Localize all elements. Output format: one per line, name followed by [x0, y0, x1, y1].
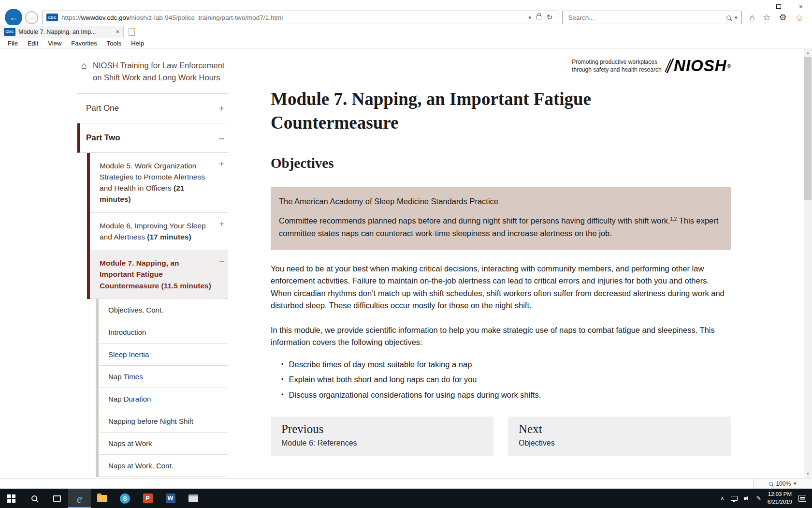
- objectives-heading: Objectives: [271, 155, 731, 171]
- module5-expand-icon[interactable]: +: [219, 159, 224, 168]
- refresh-icon[interactable]: ↻: [547, 13, 553, 22]
- cdc-favicon: CDC: [46, 14, 58, 21]
- page-title: Module 7. Napping, an Important Fatigue …: [271, 88, 701, 135]
- sidebar-item-nap-times[interactable]: Nap Times: [99, 366, 228, 388]
- list-item: • Discuss organizational considerations …: [281, 388, 731, 403]
- sidebar-item-part-two[interactable]: Part Two –: [77, 123, 228, 153]
- minimize-button[interactable]: —: [745, 0, 768, 13]
- file-explorer-icon: [97, 495, 107, 502]
- lock-icon: [536, 15, 541, 19]
- back-button[interactable]: ←: [5, 9, 22, 26]
- clock[interactable]: 12:03 PM 6/21/2019: [768, 491, 792, 506]
- scroll-down-icon[interactable]: ▼: [804, 470, 812, 478]
- search-input[interactable]: [567, 14, 722, 22]
- bullet-icon: •: [281, 390, 284, 402]
- browser-chrome: — × ← → CDC https://wwwdev.cdc.gov/niosh…: [0, 0, 812, 49]
- gear-icon[interactable]: ⚙: [779, 13, 786, 22]
- module6-expand-icon[interactable]: +: [219, 219, 224, 228]
- skype-icon: S: [120, 493, 130, 504]
- module7-collapse-icon[interactable]: –: [219, 256, 224, 266]
- sidebar-item-module5[interactable]: Module 5. Work Organization Strategies t…: [90, 153, 228, 213]
- part-one-label: Part One: [86, 104, 119, 113]
- zoom-caret-icon[interactable]: ▾: [794, 480, 797, 487]
- tab-close-icon[interactable]: ×: [116, 28, 119, 35]
- maximize-icon: [776, 4, 781, 9]
- sidebar-item-naps-at-work-cont[interactable]: Naps at Work, Cont.: [99, 455, 228, 477]
- home-house-icon: ⌂: [81, 60, 87, 84]
- menu-edit[interactable]: Edit: [23, 40, 43, 47]
- sidebar-item-napping-before-night-shift[interactable]: Napping before Night Shift: [99, 410, 228, 433]
- sidebar-item-introduction[interactable]: Introduction: [99, 321, 228, 344]
- previous-page-button[interactable]: Previous Module 6: References: [271, 417, 493, 456]
- taskbar-skype-button[interactable]: S: [114, 489, 136, 508]
- taskbar-ie-button[interactable]: e: [68, 489, 91, 508]
- aasm-callout: The American Academy of Sleep Medicine S…: [271, 187, 731, 251]
- menu-tools[interactable]: Tools: [102, 40, 126, 47]
- menu-file[interactable]: File: [3, 40, 23, 47]
- action-center-icon[interactable]: [798, 495, 806, 502]
- taskbar-word-button[interactable]: W: [159, 489, 182, 508]
- new-tab-button[interactable]: [124, 26, 139, 38]
- previous-target: Module 6: References: [281, 439, 483, 448]
- collapse-minus-icon[interactable]: –: [219, 133, 224, 143]
- hidden-icons-chevron-icon[interactable]: ∧: [720, 495, 725, 501]
- close-button[interactable]: ×: [790, 0, 812, 13]
- menu-help[interactable]: Help: [126, 40, 149, 47]
- command-icons: ⌂ ☆ ⚙ ☺: [749, 13, 804, 22]
- vertical-scrollbar[interactable]: ▲ ▼: [804, 49, 812, 478]
- taskbar-app-window-button[interactable]: [182, 489, 204, 508]
- menu-bar: File Edit View Favorites Tools Help: [0, 38, 812, 49]
- search-icon[interactable]: [726, 15, 731, 20]
- sidebar-item-nap-duration[interactable]: Nap Duration: [99, 388, 228, 410]
- taskbar-search-button[interactable]: [23, 489, 45, 508]
- tab-favicon: CDC: [4, 28, 15, 36]
- pen-icon[interactable]: ✎: [756, 495, 761, 501]
- window-controls: — ×: [745, 0, 812, 13]
- tab-title: Module 7. Napping, an Imp...: [18, 29, 113, 35]
- objective-1: Describe times of day most suitable for …: [289, 359, 472, 371]
- forward-button[interactable]: →: [25, 11, 38, 24]
- module6-duration: (17 minutes): [147, 233, 191, 241]
- network-icon[interactable]: [731, 496, 738, 501]
- bullet-icon: •: [281, 374, 284, 386]
- zoom-control[interactable]: 100% ▾: [753, 478, 812, 489]
- sidebar-home-link[interactable]: ⌂ NIOSH Training for Law Enforcement on …: [77, 55, 228, 94]
- sidebar-item-sleep-inertia[interactable]: Sleep Inertia: [99, 344, 228, 366]
- menu-view[interactable]: View: [43, 40, 66, 47]
- next-page-button[interactable]: Next Objectives: [508, 417, 731, 456]
- scrollbar-thumb[interactable]: [804, 57, 812, 200]
- home-icon[interactable]: ⌂: [749, 13, 754, 22]
- niosh-logo-block: Promoting productive workplaces through …: [271, 57, 731, 75]
- bullet-icon: •: [281, 359, 284, 371]
- sidebar-item-part-one[interactable]: Part One +: [77, 94, 228, 123]
- feedback-smiley-icon[interactable]: ☺: [795, 13, 804, 22]
- sidebar-item-module7-active[interactable]: Module 7. Napping, an Important Fatigue …: [90, 250, 228, 299]
- tab-module7[interactable]: CDC Module 7. Napping, an Imp... ×: [0, 26, 124, 38]
- tray-time: 12:03 PM: [768, 491, 792, 498]
- address-bar[interactable]: CDC https://wwwdev.cdc.gov/niosh/z-lab-9…: [43, 11, 557, 24]
- maximize-button[interactable]: [768, 0, 790, 13]
- body-paragraph-2: In this module, we provide scientific in…: [271, 324, 731, 348]
- sidebar-home-label: NIOSH Training for Law Enforcement on Sh…: [93, 60, 226, 84]
- taskbar-file-explorer-button[interactable]: [91, 489, 114, 508]
- autocomplete-caret-icon[interactable]: ▾: [528, 15, 531, 21]
- objectives-list: • Describe times of day most suitable fo…: [271, 357, 731, 403]
- word-icon: W: [166, 493, 175, 503]
- scroll-up-icon[interactable]: ▲: [804, 49, 812, 57]
- tagline-line1: Promoting productive workplaces: [572, 58, 661, 66]
- sidebar-item-naps-at-work[interactable]: Naps at Work: [99, 433, 228, 455]
- task-view-button[interactable]: [45, 489, 68, 508]
- niosh-logo: NIOSH ®: [667, 57, 731, 75]
- expand-plus-icon[interactable]: +: [218, 104, 224, 113]
- system-tray: ∧ ✎ 12:03 PM 6/21/2019: [720, 489, 812, 508]
- search-caret-icon[interactable]: ▾: [735, 15, 738, 21]
- volume-icon[interactable]: [744, 495, 750, 501]
- start-button[interactable]: [0, 489, 23, 508]
- sidebar-item-module6[interactable]: Module 6, Improving Your Sleep and Alert…: [90, 213, 228, 251]
- menu-favorites[interactable]: Favorites: [66, 40, 102, 47]
- search-box[interactable]: ▾: [562, 11, 742, 24]
- sidebar-item-objectives-cont[interactable]: Objectives, Cont.: [99, 299, 228, 321]
- favorites-star-icon[interactable]: ☆: [763, 13, 770, 22]
- taskbar-powerpoint-button[interactable]: P: [136, 489, 159, 508]
- callout-line1: The American Academy of Sleep Medicine S…: [279, 195, 723, 208]
